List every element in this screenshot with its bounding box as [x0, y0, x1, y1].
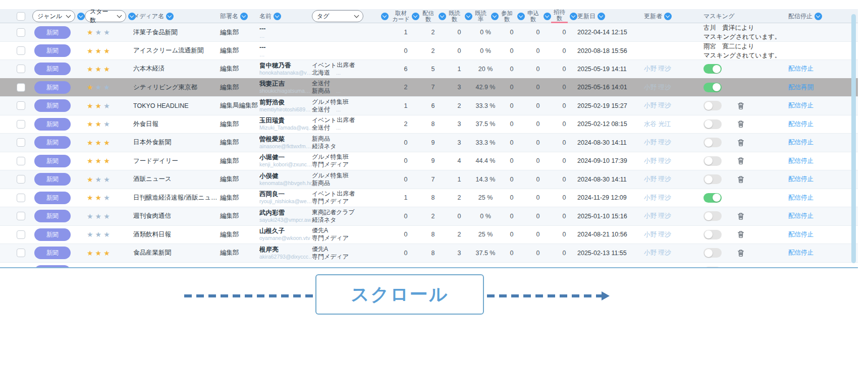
- invites-count: 0: [551, 84, 577, 91]
- genre-filter-dropdown[interactable]: ジャンル: [32, 10, 75, 22]
- table-row[interactable]: 新聞 ★★★ 酒販ニュース 編集部 小俣健 kenomata@hbvgeh.ho…: [0, 170, 858, 189]
- sort-icon-applications[interactable]: [544, 13, 551, 20]
- table-row[interactable]: 新聞 ★★★ 六本木経済 編集部 畠中穂乃香 honokahatanaka@v……: [0, 59, 858, 78]
- sort-icon-invites[interactable]: [570, 13, 577, 20]
- sort-icon-updater[interactable]: [664, 13, 672, 20]
- trash-icon[interactable]: [737, 230, 745, 238]
- table-row[interactable]: 新聞 ★★★ アイスクリーム流通新聞 編集部 --- … ... 0 2 0 0…: [0, 41, 858, 60]
- star-filter-dropdown[interactable]: スター数: [85, 10, 126, 22]
- masking-toggle[interactable]: [703, 248, 722, 258]
- star-icon: ★: [95, 102, 104, 110]
- sort-icon-updated[interactable]: [598, 13, 605, 20]
- star-rating: ★★★: [85, 120, 133, 128]
- table-row[interactable]: 新聞 ★★★ TOKYO HEADLINE 編集局編集部 前野浩俊 memtiy…: [0, 96, 858, 115]
- read-rate: 14.3 %: [472, 176, 499, 183]
- masking-toggle[interactable]: [703, 156, 722, 166]
- trash-icon[interactable]: [737, 175, 745, 184]
- table-row[interactable]: 新聞 ★★★ フードデイリー 編集部 小堀健一 kenji_kobori@zxu…: [0, 152, 858, 170]
- distribution-stop-link[interactable]: 配信停止: [788, 65, 813, 72]
- sort-icon-read[interactable]: [465, 13, 472, 20]
- trash-icon[interactable]: [737, 212, 745, 220]
- table-row[interactable]: 新聞 ★★★ 日本外食新聞 編集部 曽根愛菜 ainasone@fkttwxfm…: [0, 133, 858, 152]
- invites-count: 0: [551, 139, 577, 146]
- masking-toggle[interactable]: [703, 193, 722, 203]
- table-row[interactable]: 新聞 ★★★ 週刊食肉通信 編集部 武内彩雪 sayuki243@vmpcr.a…: [0, 207, 858, 225]
- sort-icon-tag[interactable]: [381, 13, 389, 20]
- distribution-stop-link[interactable]: 配信停止: [788, 102, 813, 109]
- masking-toggle[interactable]: [703, 83, 722, 92]
- star-icon: ★: [103, 83, 112, 91]
- masking-toggle[interactable]: [703, 174, 722, 184]
- applications-count: 0: [525, 139, 551, 146]
- sort-icon-stars[interactable]: [128, 13, 136, 20]
- sort-icon-delivered[interactable]: [439, 13, 446, 20]
- distribution-stop-link[interactable]: 配信停止: [788, 212, 813, 219]
- distribution-stop-link[interactable]: 配信停止: [788, 175, 813, 182]
- row-checkbox[interactable]: [17, 230, 25, 239]
- row-checkbox[interactable]: [17, 138, 25, 147]
- delivered-count: 7: [420, 268, 446, 268]
- row-checkbox[interactable]: [17, 101, 25, 110]
- trash-icon[interactable]: [737, 120, 745, 128]
- distribution-stop-link[interactable]: 配信停止: [788, 139, 813, 146]
- row-checkbox[interactable]: [17, 28, 25, 37]
- masking-toggle[interactable]: [703, 211, 722, 221]
- sort-icon-name[interactable]: [274, 13, 281, 20]
- scroll-hint-label: スクロール: [351, 282, 448, 307]
- masking-toggle[interactable]: [703, 101, 722, 110]
- tag-primary: 優先A: [312, 227, 392, 234]
- star-icon: ★: [103, 267, 112, 268]
- sort-icon-participants[interactable]: [517, 13, 525, 20]
- col-header-read: 既読数: [446, 10, 472, 22]
- trash-icon[interactable]: [737, 157, 745, 165]
- distribution-stop-link[interactable]: 配信停止: [788, 249, 813, 256]
- masking-toggle[interactable]: [703, 119, 722, 129]
- sort-icon-stop[interactable]: [815, 13, 822, 20]
- masking-toggle[interactable]: [703, 64, 722, 74]
- trash-icon[interactable]: [737, 249, 745, 257]
- distribution-stop-link[interactable]: 配信停止: [788, 120, 813, 128]
- distribution-stop-link[interactable]: 配信停止: [788, 157, 813, 164]
- table-row[interactable]: 新聞 ★★★ シティリビング東京都 編集部 我妻正吉 shoukichiagat…: [0, 78, 858, 97]
- delivered-count: 9: [420, 139, 446, 146]
- row-checkbox[interactable]: [17, 267, 25, 268]
- row-checkbox[interactable]: [17, 175, 25, 184]
- row-checkbox[interactable]: [17, 65, 25, 73]
- person-email: …: [259, 33, 312, 39]
- select-all-checkbox[interactable]: [17, 12, 25, 21]
- row-checkbox[interactable]: [17, 46, 25, 55]
- table-row[interactable]: 新聞 ★★★ 冷食日報 冷食日報部 吉村勝美 新商品 ... 0 7 1 14.…: [0, 262, 858, 269]
- masking-controls: [703, 174, 745, 184]
- read-count: 3: [446, 120, 472, 128]
- table-row[interactable]: 新聞 ★★★ 洋菓子食品新聞 編集部 --- … ... 1 2 0 0 % 0…: [0, 23, 858, 41]
- row-checkbox[interactable]: [17, 157, 25, 165]
- sort-icon-genre[interactable]: [77, 13, 85, 20]
- distribution-stop-link[interactable]: 配信停止: [788, 194, 813, 201]
- table-row[interactable]: 新聞 ★★★ 酒類飲料日報 編集部 山根久子 oyamane@wkoon.vtv…: [0, 225, 858, 244]
- read-rate: 37.5 %: [472, 120, 499, 128]
- trash-icon[interactable]: [737, 139, 745, 147]
- sort-icon-card[interactable]: [412, 13, 419, 20]
- masking-toggle[interactable]: [703, 267, 722, 268]
- table-row[interactable]: 新聞 ★★★ 食品産業新聞 編集部 根岸亮 akira62793@dixyccc…: [0, 244, 858, 262]
- row-checkbox[interactable]: [17, 194, 25, 202]
- row-checkbox[interactable]: [17, 249, 25, 257]
- distribution-stop-link[interactable]: 配信再開: [788, 84, 813, 91]
- sort-icon-rate[interactable]: [491, 13, 499, 20]
- tag-filter-dropdown[interactable]: タグ: [312, 10, 363, 22]
- vertical-scrollbar-thumb[interactable]: [851, 14, 856, 263]
- row-checkbox[interactable]: [17, 83, 25, 92]
- updated-by: 小野 理沙: [644, 157, 703, 165]
- row-checkbox[interactable]: [17, 212, 25, 220]
- distribution-stop-link[interactable]: 配信停止: [788, 268, 813, 268]
- masking-toggle[interactable]: [703, 138, 722, 147]
- distribution-stop-link[interactable]: 配信停止: [788, 231, 813, 238]
- trash-icon[interactable]: [737, 267, 745, 268]
- sort-icon-dept[interactable]: [240, 13, 248, 20]
- table-row[interactable]: 新聞 ★★★ 外食日報 編集部 玉田瑞貴 Mizuki_Tamada@wq… イ…: [0, 115, 858, 134]
- sort-icon-media[interactable]: [166, 13, 174, 20]
- trash-icon[interactable]: [737, 102, 745, 110]
- table-row[interactable]: 新聞 ★★★ 日刊醸造経済速報/酒販ニュ… 編集部 西岡良一 ryouji_ni…: [0, 189, 858, 207]
- masking-toggle[interactable]: [703, 230, 722, 239]
- row-checkbox[interactable]: [17, 120, 25, 129]
